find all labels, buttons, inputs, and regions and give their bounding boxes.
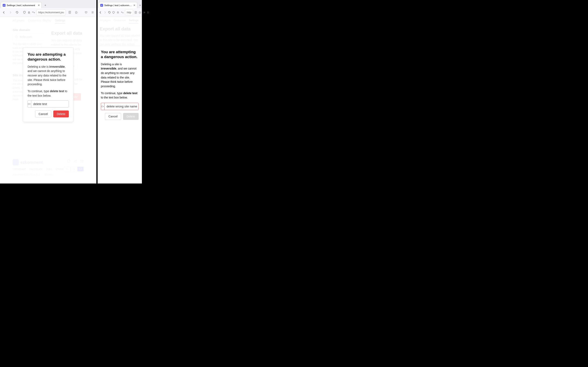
modal-body-2: To continue, type delete test to the tex… <box>101 91 139 100</box>
browser-window-left: Settings | test | ezkomment ✕ ＋ h <box>0 0 96 184</box>
browser-window-right: Settings | test | ezkomment ✕ ＋ https: <box>98 0 142 184</box>
overflow-icon[interactable] <box>143 10 145 15</box>
tab-title: Settings | test | ezkomment <box>7 4 35 7</box>
url-text: https://ezkomment.joulev.dev/app/site/te… <box>38 11 64 14</box>
url-text: https://ezkomme <box>127 11 131 14</box>
confirm-input-wrapper <box>27 100 69 108</box>
modal-body-1: Deleting a site is irreversible, and we … <box>27 65 69 87</box>
back-button[interactable] <box>1 10 7 15</box>
delete-confirm-modal: You are attempting a dangerous action. D… <box>99 46 141 124</box>
content-area-left: All pages Customise display Settings Sit… <box>0 17 96 184</box>
modal-title: You are attempting a dangerous action. <box>101 50 139 59</box>
modal-title: You are attempting a dangerous action. <box>27 52 69 62</box>
reload-button[interactable] <box>14 10 20 15</box>
lock-icon[interactable] <box>27 11 30 14</box>
delete-confirm-modal: You are attempting a dangerous action. D… <box>23 47 73 122</box>
forward-button[interactable] <box>103 10 107 15</box>
tab-title: Settings | test | ezkomment <box>104 4 132 7</box>
url-bar: https://ezkomment.joulev.dev/app/site/te… <box>0 8 96 17</box>
reader-icon[interactable] <box>67 10 72 15</box>
confirm-input[interactable] <box>104 103 139 110</box>
modal-actions: Cancel Delete <box>27 110 69 117</box>
shield-icon[interactable] <box>112 11 115 14</box>
permissions-icon[interactable] <box>121 11 124 14</box>
tag-icon <box>101 103 104 110</box>
cancel-button[interactable]: Cancel <box>105 113 121 120</box>
new-tab-button[interactable]: ＋ <box>138 2 142 8</box>
reload-button[interactable] <box>108 10 111 15</box>
tab-bar: Settings | test | ezkomment ✕ ＋ <box>98 0 142 8</box>
cancel-button[interactable]: Cancel <box>35 110 51 117</box>
content-area-right: All pages Customise Settings Export all … <box>98 17 142 184</box>
close-tab-icon[interactable]: ✕ <box>133 4 135 7</box>
delete-button[interactable]: Delete <box>123 113 139 120</box>
tab-bar: Settings | test | ezkomment ✕ ＋ <box>0 0 96 8</box>
confirm-input[interactable] <box>31 100 69 108</box>
menu-icon[interactable] <box>90 10 95 15</box>
svg-rect-0 <box>28 12 30 13</box>
menu-icon[interactable] <box>147 10 149 15</box>
new-tab-button[interactable]: ＋ <box>43 2 48 8</box>
reader-icon[interactable] <box>134 10 137 15</box>
bookmark-icon[interactable] <box>73 10 79 15</box>
delete-button[interactable]: Delete <box>53 110 69 117</box>
browser-tab[interactable]: Settings | test | ezkomment ✕ <box>1 2 42 8</box>
forward-button[interactable] <box>8 10 13 15</box>
tag-icon <box>28 100 31 108</box>
address-bar[interactable]: https://ezkomment.joulev.dev/app/site/te… <box>36 9 66 16</box>
favicon-icon <box>3 4 6 7</box>
pocket-icon[interactable] <box>83 10 89 15</box>
address-bar[interactable]: https://ezkomme <box>125 9 133 16</box>
favicon-icon <box>100 4 103 7</box>
close-tab-icon[interactable]: ✕ <box>38 4 40 7</box>
confirm-input-wrapper <box>101 103 139 110</box>
permissions-icon[interactable] <box>32 11 35 14</box>
back-button[interactable] <box>99 10 102 15</box>
modal-body-2: To continue, type delete test to the tex… <box>27 89 69 98</box>
lock-icon[interactable] <box>117 11 119 14</box>
shield-icon[interactable] <box>23 11 26 14</box>
svg-rect-8 <box>117 12 119 13</box>
url-bar: https://ezkomme <box>98 8 142 17</box>
bookmark-icon[interactable] <box>138 10 141 15</box>
browser-tab[interactable]: Settings | test | ezkomment ✕ <box>98 2 137 8</box>
modal-actions: Cancel Delete <box>101 113 139 120</box>
modal-body-1: Deleting a site is irreversible, and we … <box>101 62 139 89</box>
